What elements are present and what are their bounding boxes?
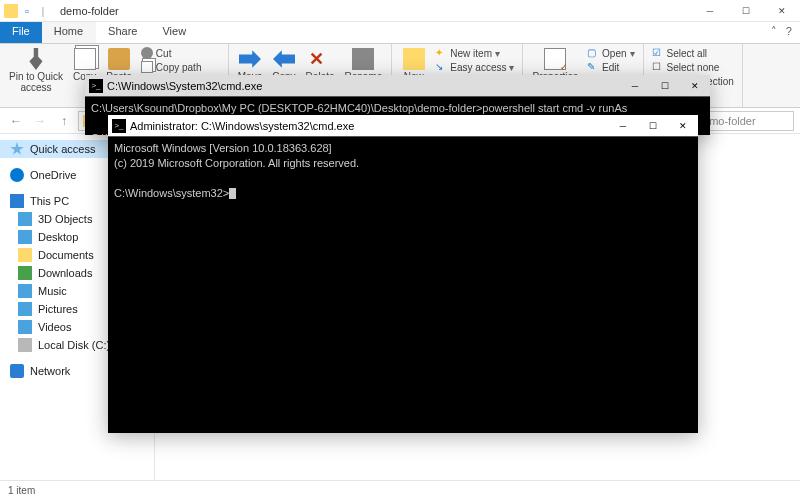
cmd-icon: >_ <box>89 79 103 93</box>
tab-share[interactable]: Share <box>96 22 150 43</box>
nav-up-button[interactable]: ↑ <box>54 111 74 131</box>
tab-view[interactable]: View <box>150 22 199 43</box>
select-all-button[interactable]: ☑Select all <box>650 46 736 60</box>
cursor <box>229 188 236 199</box>
cmd2-minimize[interactable]: ─ <box>608 115 638 137</box>
maximize-button[interactable]: ☐ <box>728 0 764 22</box>
new-item-button[interactable]: ✦New item ▾ <box>433 46 516 60</box>
cmd1-maximize[interactable]: ☐ <box>650 75 680 97</box>
status-bar: 1 item <box>0 480 800 500</box>
ribbon-collapse-icon[interactable]: ˄ ? <box>763 22 800 43</box>
qa-save-icon[interactable]: ▫ <box>20 4 34 18</box>
select-none-button[interactable]: ☐Select none <box>650 60 736 74</box>
nav-back-button[interactable]: ← <box>6 111 26 131</box>
cmd1-minimize[interactable]: ─ <box>620 75 650 97</box>
tab-home[interactable]: Home <box>42 22 96 43</box>
edit-button[interactable]: ✎Edit <box>585 60 636 74</box>
open-button[interactable]: ▢Open ▾ <box>585 46 636 60</box>
pin-quick-access-button[interactable]: Pin to Quick access <box>6 46 66 95</box>
cut-button[interactable]: Cut <box>139 46 222 60</box>
cmd1-title: C:\Windows\System32\cmd.exe <box>107 80 620 92</box>
cmd-window-admin[interactable]: >_ Administrator: C:\Windows\system32\cm… <box>108 115 698 433</box>
window-title: demo-folder <box>60 5 119 17</box>
copy-path-button[interactable]: Copy path <box>139 60 222 74</box>
cmd-icon: >_ <box>112 119 126 133</box>
ribbon-tabs: File Home Share View ˄ ? <box>0 22 800 44</box>
nav-forward-button[interactable]: → <box>30 111 50 131</box>
tab-file[interactable]: File <box>0 22 42 43</box>
cmd2-maximize[interactable]: ☐ <box>638 115 668 137</box>
status-text: 1 item <box>8 485 35 496</box>
cmd2-terminal[interactable]: Microsoft Windows [Version 10.0.18363.62… <box>108 137 698 433</box>
cmd2-titlebar[interactable]: >_ Administrator: C:\Windows\system32\cm… <box>108 115 698 137</box>
cmd1-titlebar[interactable]: >_ C:\Windows\System32\cmd.exe ─ ☐ ✕ <box>85 75 710 97</box>
explorer-titlebar[interactable]: ▫ | demo-folder ─ ☐ ✕ <box>0 0 800 22</box>
close-button[interactable]: ✕ <box>764 0 800 22</box>
cmd2-close[interactable]: ✕ <box>668 115 698 137</box>
minimize-button[interactable]: ─ <box>692 0 728 22</box>
cmd1-close[interactable]: ✕ <box>680 75 710 97</box>
folder-icon <box>4 4 18 18</box>
cmd2-title: Administrator: C:\Windows\system32\cmd.e… <box>130 120 608 132</box>
qa-divider: | <box>36 4 50 18</box>
easy-access-button[interactable]: ↘Easy access ▾ <box>433 60 516 74</box>
